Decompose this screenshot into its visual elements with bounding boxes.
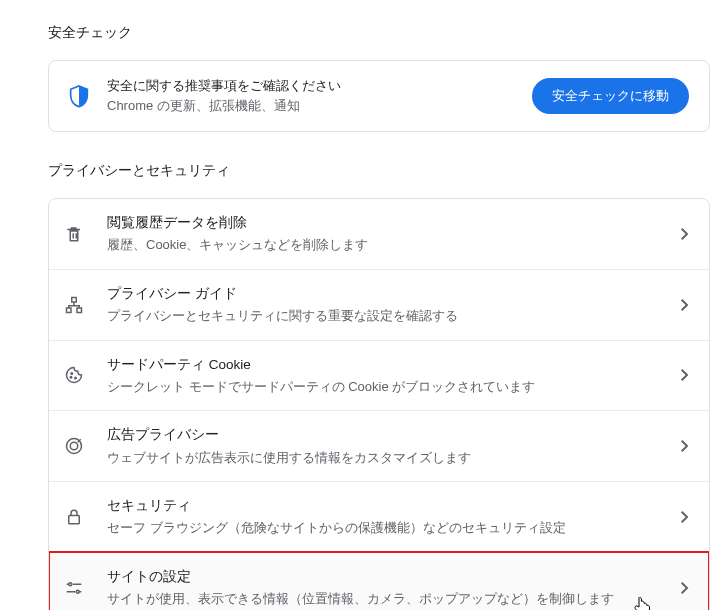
chevron-right-icon xyxy=(681,440,689,452)
safety-check-button[interactable]: 安全チェックに移動 xyxy=(532,78,689,114)
safety-check-heading: 安全チェック xyxy=(48,24,710,42)
row-secondary: 履歴、Cookie、キャッシュなどを削除します xyxy=(107,235,661,255)
row-primary: 広告プライバシー xyxy=(107,425,661,445)
row-text: 広告プライバシー ウェブサイトが広告表示に使用する情報をカスタマイズします xyxy=(107,425,661,467)
row-secondary: サイトが使用、表示できる情報（位置情報、カメラ、ポップアップなど）を制御します xyxy=(107,589,661,609)
ad-icon xyxy=(61,437,87,455)
chevron-right-icon xyxy=(681,299,689,311)
svg-rect-2 xyxy=(77,308,82,313)
row-secondary: シークレット モードでサードパーティの Cookie がブロックされています xyxy=(107,377,661,397)
row-text: セキュリティ セーフ ブラウジング（危険なサイトからの保護機能）などのセキュリテ… xyxy=(107,496,661,538)
row-privacy-guide[interactable]: プライバシー ガイド プライバシーとセキュリティに関する重要な設定を確認する xyxy=(49,269,709,340)
row-clear-data[interactable]: 閲覧履歴データを削除 履歴、Cookie、キャッシュなどを削除します xyxy=(49,199,709,269)
row-primary: セキュリティ xyxy=(107,496,661,516)
shield-icon xyxy=(69,84,89,108)
svg-rect-8 xyxy=(69,515,80,523)
tune-icon xyxy=(61,579,87,597)
chevron-right-icon xyxy=(681,369,689,381)
safety-check-text: 安全に関する推奨事項をご確認ください Chrome の更新、拡張機能、通知 xyxy=(107,77,514,115)
row-text: 閲覧履歴データを削除 履歴、Cookie、キャッシュなどを削除します xyxy=(107,213,661,255)
safety-check-secondary: Chrome の更新、拡張機能、通知 xyxy=(107,97,514,115)
privacy-card: 閲覧履歴データを削除 履歴、Cookie、キャッシュなどを削除します プライバシ… xyxy=(48,198,710,610)
safety-check-row: 安全に関する推奨事項をご確認ください Chrome の更新、拡張機能、通知 安全… xyxy=(49,61,709,131)
guide-icon xyxy=(61,296,87,314)
chevron-right-icon xyxy=(681,228,689,240)
row-cookies[interactable]: サードパーティ Cookie シークレット モードでサードパーティの Cooki… xyxy=(49,340,709,411)
privacy-heading: プライバシーとセキュリティ xyxy=(48,162,710,180)
safety-check-card: 安全に関する推奨事項をご確認ください Chrome の更新、拡張機能、通知 安全… xyxy=(48,60,710,132)
row-site-settings[interactable]: サイトの設定 サイトが使用、表示できる情報（位置情報、カメラ、ポップアップなど）… xyxy=(49,552,709,610)
row-security[interactable]: セキュリティ セーフ ブラウジング（危険なサイトからの保護機能）などのセキュリテ… xyxy=(49,481,709,552)
row-primary: プライバシー ガイド xyxy=(107,284,661,304)
svg-point-3 xyxy=(71,373,73,375)
svg-rect-1 xyxy=(67,308,72,313)
row-text: プライバシー ガイド プライバシーとセキュリティに関する重要な設定を確認する xyxy=(107,284,661,326)
row-primary: サイトの設定 xyxy=(107,567,661,587)
row-text: サイトの設定 サイトが使用、表示できる情報（位置情報、カメラ、ポップアップなど）… xyxy=(107,567,661,609)
safety-check-primary: 安全に関する推奨事項をご確認ください xyxy=(107,77,514,95)
row-secondary: ウェブサイトが広告表示に使用する情報をカスタマイズします xyxy=(107,448,661,468)
row-primary: 閲覧履歴データを削除 xyxy=(107,213,661,233)
chevron-right-icon xyxy=(681,511,689,523)
trash-icon xyxy=(61,225,87,243)
svg-point-5 xyxy=(75,378,77,380)
row-ad-privacy[interactable]: 広告プライバシー ウェブサイトが広告表示に使用する情報をカスタマイズします xyxy=(49,410,709,481)
row-primary: サードパーティ Cookie xyxy=(107,355,661,375)
svg-rect-0 xyxy=(72,297,77,302)
row-secondary: プライバシーとセキュリティに関する重要な設定を確認する xyxy=(107,306,661,326)
row-text: サードパーティ Cookie シークレット モードでサードパーティの Cooki… xyxy=(107,355,661,397)
svg-point-4 xyxy=(70,377,72,379)
lock-icon xyxy=(61,508,87,526)
svg-point-7 xyxy=(70,442,78,450)
cookie-icon xyxy=(61,366,87,384)
chevron-right-icon xyxy=(681,582,689,594)
row-secondary: セーフ ブラウジング（危険なサイトからの保護機能）などのセキュリティ設定 xyxy=(107,518,661,538)
